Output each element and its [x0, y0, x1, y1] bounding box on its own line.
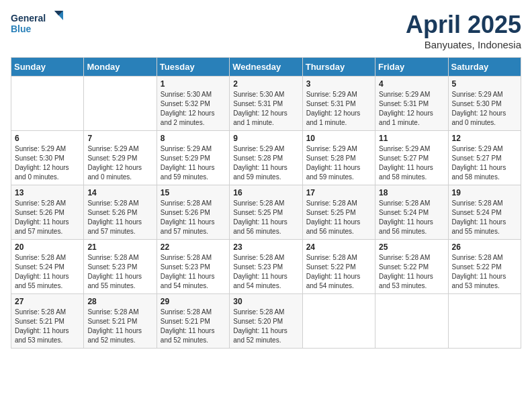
cell-content: Sunrise: 5:28 AM Sunset: 5:20 PM Dayligh… [233, 308, 298, 345]
day-number: 17 [306, 188, 371, 197]
logo: General Blue [11, 11, 64, 41]
day-number: 1 [161, 79, 226, 89]
calendar-cell: 14Sunrise: 5:28 AM Sunset: 5:26 PM Dayli… [84, 185, 157, 240]
calendar-cell [375, 294, 448, 349]
day-header-tuesday: Tuesday [157, 58, 229, 77]
day-number: 29 [161, 297, 226, 306]
day-header-monday: Monday [84, 58, 157, 77]
calendar-cell: 12Sunrise: 5:29 AM Sunset: 5:27 PM Dayli… [448, 131, 521, 185]
calendar-cell: 16Sunrise: 5:28 AM Sunset: 5:25 PM Dayli… [230, 185, 302, 240]
calendar-cell: 17Sunrise: 5:28 AM Sunset: 5:25 PM Dayli… [302, 185, 375, 240]
cell-content: Sunrise: 5:28 AM Sunset: 5:24 PM Dayligh… [452, 199, 517, 236]
page-header: General Blue April 2025 Banyuates, Indon… [11, 11, 521, 50]
calendar-header: SundayMondayTuesdayWednesdayThursdayFrid… [11, 58, 521, 77]
calendar-cell: 24Sunrise: 5:28 AM Sunset: 5:22 PM Dayli… [302, 240, 375, 294]
svg-text:Blue: Blue [11, 24, 32, 34]
day-number: 9 [233, 134, 298, 143]
calendar-cell: 29Sunrise: 5:28 AM Sunset: 5:21 PM Dayli… [157, 294, 229, 349]
calendar-cell: 21Sunrise: 5:28 AM Sunset: 5:23 PM Dayli… [84, 240, 157, 294]
day-number: 3 [306, 79, 371, 89]
calendar-cell: 1Sunrise: 5:30 AM Sunset: 5:32 PM Daylig… [157, 77, 229, 131]
calendar-cell: 19Sunrise: 5:28 AM Sunset: 5:24 PM Dayli… [448, 185, 521, 240]
day-number: 15 [161, 188, 226, 197]
cell-content: Sunrise: 5:29 AM Sunset: 5:29 PM Dayligh… [161, 144, 226, 182]
calendar-body: 1Sunrise: 5:30 AM Sunset: 5:32 PM Daylig… [11, 77, 521, 349]
cell-content: Sunrise: 5:28 AM Sunset: 5:26 PM Dayligh… [87, 199, 152, 236]
calendar-cell: 27Sunrise: 5:28 AM Sunset: 5:21 PM Dayli… [11, 294, 84, 349]
day-number: 19 [452, 188, 517, 197]
week-row-2: 6Sunrise: 5:29 AM Sunset: 5:30 PM Daylig… [11, 131, 521, 185]
calendar-cell: 22Sunrise: 5:28 AM Sunset: 5:23 PM Dayli… [157, 240, 229, 294]
cell-content: Sunrise: 5:28 AM Sunset: 5:23 PM Dayligh… [161, 253, 226, 291]
cell-content: Sunrise: 5:28 AM Sunset: 5:23 PM Dayligh… [87, 253, 152, 291]
calendar-cell: 3Sunrise: 5:29 AM Sunset: 5:31 PM Daylig… [302, 77, 375, 131]
week-row-3: 13Sunrise: 5:28 AM Sunset: 5:26 PM Dayli… [11, 185, 521, 240]
day-number: 23 [233, 242, 298, 252]
day-number: 30 [233, 297, 298, 306]
month-title: April 2025 [406, 11, 521, 39]
cell-content: Sunrise: 5:29 AM Sunset: 5:31 PM Dayligh… [379, 90, 444, 128]
cell-content: Sunrise: 5:28 AM Sunset: 5:21 PM Dayligh… [15, 308, 80, 345]
day-number: 12 [452, 134, 517, 143]
cell-content: Sunrise: 5:28 AM Sunset: 5:24 PM Dayligh… [379, 199, 444, 236]
cell-content: Sunrise: 5:29 AM Sunset: 5:30 PM Dayligh… [15, 144, 80, 182]
calendar-cell: 7Sunrise: 5:29 AM Sunset: 5:29 PM Daylig… [84, 131, 157, 185]
calendar-cell: 18Sunrise: 5:28 AM Sunset: 5:24 PM Dayli… [375, 185, 448, 240]
calendar-cell [11, 77, 84, 131]
cell-content: Sunrise: 5:28 AM Sunset: 5:21 PM Dayligh… [161, 308, 226, 345]
location: Banyuates, Indonesia [406, 39, 521, 50]
day-number: 16 [233, 188, 298, 197]
cell-content: Sunrise: 5:29 AM Sunset: 5:29 PM Dayligh… [87, 144, 152, 182]
calendar-cell: 23Sunrise: 5:28 AM Sunset: 5:23 PM Dayli… [230, 240, 302, 294]
cell-content: Sunrise: 5:28 AM Sunset: 5:23 PM Dayligh… [233, 253, 298, 291]
day-header-saturday: Saturday [448, 58, 521, 77]
day-number: 20 [15, 242, 80, 252]
calendar-table: SundayMondayTuesdayWednesdayThursdayFrid… [11, 57, 521, 349]
cell-content: Sunrise: 5:28 AM Sunset: 5:21 PM Dayligh… [87, 308, 152, 345]
calendar-cell: 28Sunrise: 5:28 AM Sunset: 5:21 PM Dayli… [84, 294, 157, 349]
calendar-cell: 13Sunrise: 5:28 AM Sunset: 5:26 PM Dayli… [11, 185, 84, 240]
day-header-friday: Friday [375, 58, 448, 77]
day-number: 14 [87, 188, 152, 197]
calendar-cell: 26Sunrise: 5:28 AM Sunset: 5:22 PM Dayli… [448, 240, 521, 294]
cell-content: Sunrise: 5:28 AM Sunset: 5:26 PM Dayligh… [161, 199, 226, 236]
cell-content: Sunrise: 5:28 AM Sunset: 5:25 PM Dayligh… [233, 199, 298, 236]
calendar-cell: 5Sunrise: 5:29 AM Sunset: 5:30 PM Daylig… [448, 77, 521, 131]
calendar-cell: 2Sunrise: 5:30 AM Sunset: 5:31 PM Daylig… [230, 77, 302, 131]
logo-svg: General Blue [11, 11, 64, 41]
cell-content: Sunrise: 5:28 AM Sunset: 5:22 PM Dayligh… [306, 253, 371, 291]
calendar-cell: 9Sunrise: 5:29 AM Sunset: 5:28 PM Daylig… [230, 131, 302, 185]
cell-content: Sunrise: 5:30 AM Sunset: 5:31 PM Dayligh… [233, 90, 298, 128]
day-header-wednesday: Wednesday [230, 58, 302, 77]
week-row-4: 20Sunrise: 5:28 AM Sunset: 5:24 PM Dayli… [11, 240, 521, 294]
cell-content: Sunrise: 5:29 AM Sunset: 5:28 PM Dayligh… [233, 144, 298, 182]
cell-content: Sunrise: 5:29 AM Sunset: 5:30 PM Dayligh… [452, 90, 517, 128]
day-header-thursday: Thursday [302, 58, 375, 77]
calendar-cell: 25Sunrise: 5:28 AM Sunset: 5:22 PM Dayli… [375, 240, 448, 294]
day-number: 18 [379, 188, 444, 197]
calendar-cell: 15Sunrise: 5:28 AM Sunset: 5:26 PM Dayli… [157, 185, 229, 240]
day-number: 24 [306, 242, 371, 252]
day-number: 11 [379, 134, 444, 143]
day-number: 5 [452, 79, 517, 89]
cell-content: Sunrise: 5:30 AM Sunset: 5:32 PM Dayligh… [161, 90, 226, 128]
cell-content: Sunrise: 5:28 AM Sunset: 5:22 PM Dayligh… [452, 253, 517, 291]
day-number: 22 [161, 242, 226, 252]
cell-content: Sunrise: 5:28 AM Sunset: 5:25 PM Dayligh… [306, 199, 371, 236]
day-number: 26 [452, 242, 517, 252]
cell-content: Sunrise: 5:28 AM Sunset: 5:26 PM Dayligh… [15, 199, 80, 236]
day-number: 27 [15, 297, 80, 306]
calendar-cell: 20Sunrise: 5:28 AM Sunset: 5:24 PM Dayli… [11, 240, 84, 294]
title-area: April 2025 Banyuates, Indonesia [406, 11, 521, 50]
calendar-cell: 6Sunrise: 5:29 AM Sunset: 5:30 PM Daylig… [11, 131, 84, 185]
day-number: 7 [87, 134, 152, 143]
calendar-cell [302, 294, 375, 349]
calendar-cell: 30Sunrise: 5:28 AM Sunset: 5:20 PM Dayli… [230, 294, 302, 349]
week-row-1: 1Sunrise: 5:30 AM Sunset: 5:32 PM Daylig… [11, 77, 521, 131]
calendar-cell: 11Sunrise: 5:29 AM Sunset: 5:27 PM Dayli… [375, 131, 448, 185]
cell-content: Sunrise: 5:29 AM Sunset: 5:27 PM Dayligh… [379, 144, 444, 182]
calendar-cell [84, 77, 157, 131]
day-number: 25 [379, 242, 444, 252]
calendar-cell: 10Sunrise: 5:29 AM Sunset: 5:28 PM Dayli… [302, 131, 375, 185]
cell-content: Sunrise: 5:28 AM Sunset: 5:22 PM Dayligh… [379, 253, 444, 291]
